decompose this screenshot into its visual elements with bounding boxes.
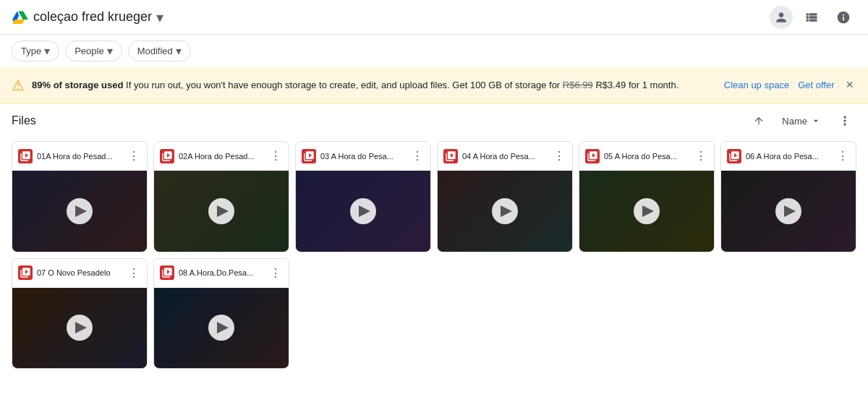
banner-text: 89% of storage used If you run out, you … [32,80,717,90]
header-actions [770,4,856,30]
file-more-button[interactable]: ⋮ [835,148,850,164]
file-card-file-4[interactable]: 04 A Hora do Pesa... ⋮ [437,141,573,252]
banner-actions: Clean up space Get offer × [724,75,856,95]
play-icon [784,205,796,217]
get-offer-link[interactable]: Get offer [798,80,834,90]
file-more-button[interactable]: ⋮ [127,148,141,164]
filter-people-label: People [75,46,103,56]
file-card-file-2[interactable]: 02A Hora do Pesad... ⋮ [153,141,289,252]
file-type-icon [443,149,458,163]
info-button[interactable] [830,4,856,30]
file-card-header: 06 A Hora do Pesa... ⋮ [721,142,856,171]
files-grid-row2: 07 O Novo Pesadelo ⋮ 08 A.Hora.Do.Pesa..… [12,258,856,370]
file-name: 06 A Hora do Pesa... [746,152,831,161]
files-grid-row1: 01A Hora do Pesad... ⋮ 02A Hora do Pesad… [12,141,856,252]
files-header: Files Name [12,109,856,132]
file-thumbnail [438,171,572,252]
sort-up-button[interactable] [747,112,770,129]
file-card-header: 07 O Novo Pesadelo ⋮ [12,259,147,288]
play-icon [217,205,229,217]
play-button[interactable] [634,198,660,224]
play-icon [75,205,87,217]
play-button[interactable] [775,198,801,224]
title-dropdown-icon[interactable]: ▾ [156,9,163,26]
play-icon [501,205,512,217]
file-card-header: 04 A Hora do Pesa... ⋮ [438,142,572,171]
file-thumbnail [154,288,289,369]
storage-percent: 89% of storage used [32,80,123,90]
warning-icon: ⚠ [12,77,25,94]
play-icon [217,322,229,333]
play-button[interactable] [208,198,234,224]
price-old: R$6.99 [563,80,593,90]
file-card-file-6[interactable]: 06 A Hora do Pesa... ⋮ [720,141,856,252]
play-icon [359,205,370,217]
file-name: 07 O Novo Pesadelo [37,268,122,277]
file-name: 08 A.Hora.Do.Pesa... [179,268,264,277]
file-card-file-5[interactable]: 05 A Hora do Pesa... ⋮ [579,141,715,252]
files-controls: Name [747,109,856,132]
file-more-button[interactable]: ⋮ [268,148,283,164]
sort-arrow-icon [810,115,822,127]
file-card-file-1[interactable]: 01A Hora do Pesad... ⋮ [12,141,148,252]
file-card-file-7[interactable]: 07 O Novo Pesadelo ⋮ [12,258,148,370]
file-card-header: 08 A.Hora.Do.Pesa... ⋮ [154,259,289,288]
more-icon [838,114,852,128]
file-type-icon [727,149,741,163]
files-title: Files [12,114,36,127]
file-more-button[interactable]: ⋮ [552,148,566,164]
file-card-header: 03 A Hora do Pesa... ⋮ [296,142,430,171]
file-name: 03 A Hora do Pesa... [320,152,406,161]
file-type-icon [18,265,33,280]
file-type-icon [302,149,316,163]
filter-people-arrow-icon: ▾ [107,44,113,58]
play-button[interactable] [350,198,376,224]
file-card-header: 02A Hora do Pesad... ⋮ [154,142,289,171]
banner-suffix: for 1 month. [629,80,678,90]
app-title-area: coleçao fred krueger ▾ [12,9,770,26]
file-card-file-3[interactable]: 03 A Hora do Pesa... ⋮ [295,141,431,252]
banner-close-button[interactable]: × [843,75,856,95]
filter-modified-label: Modified [137,46,173,56]
file-card-header: 01A Hora do Pesad... ⋮ [12,142,147,171]
list-view-button[interactable] [799,4,825,30]
file-more-button[interactable]: ⋮ [410,148,425,164]
file-thumbnail [721,171,856,252]
file-name: 05 A Hora do Pesa... [604,152,689,161]
file-thumbnail [12,288,147,369]
file-thumbnail [296,171,430,252]
filter-type[interactable]: Type ▾ [12,41,59,61]
filter-people[interactable]: People ▾ [65,41,122,61]
file-type-icon [160,265,174,280]
play-button[interactable] [208,315,234,341]
clean-up-space-link[interactable]: Clean up space [724,80,789,90]
file-type-icon [18,149,33,163]
banner-body: If you run out, you won't have enough st… [126,80,563,90]
file-type-icon [160,149,174,163]
file-card-header: 05 A Hora do Pesa... ⋮ [579,142,714,171]
play-icon [642,205,654,217]
file-more-button[interactable]: ⋮ [268,265,283,281]
sort-name-button[interactable]: Name [776,112,827,129]
file-thumbnail [12,171,147,252]
drive-logo-icon [12,9,29,26]
play-button[interactable] [67,315,93,341]
file-card-file-8[interactable]: 08 A.Hora.Do.Pesa... ⋮ [153,258,289,370]
collection-title: coleçao fred krueger [33,9,152,25]
file-more-button[interactable]: ⋮ [694,148,708,164]
account-icon[interactable] [770,6,793,29]
sort-label: Name [782,116,807,127]
file-name: 02A Hora do Pesad... [179,152,264,161]
sort-up-icon [753,115,765,127]
file-thumbnail [579,171,714,252]
filter-type-label: Type [21,46,41,56]
file-more-button[interactable]: ⋮ [127,265,141,281]
play-button[interactable] [492,198,518,224]
files-more-button[interactable] [833,109,856,132]
price-new: R$3.49 [595,80,626,90]
filter-modified-arrow-icon: ▾ [176,44,182,58]
file-type-icon [585,149,600,163]
files-section: Files Name 01A Hora do Pesad... ⋮ [0,103,868,375]
filter-modified[interactable]: Modified ▾ [128,41,191,61]
play-button[interactable] [67,198,93,224]
